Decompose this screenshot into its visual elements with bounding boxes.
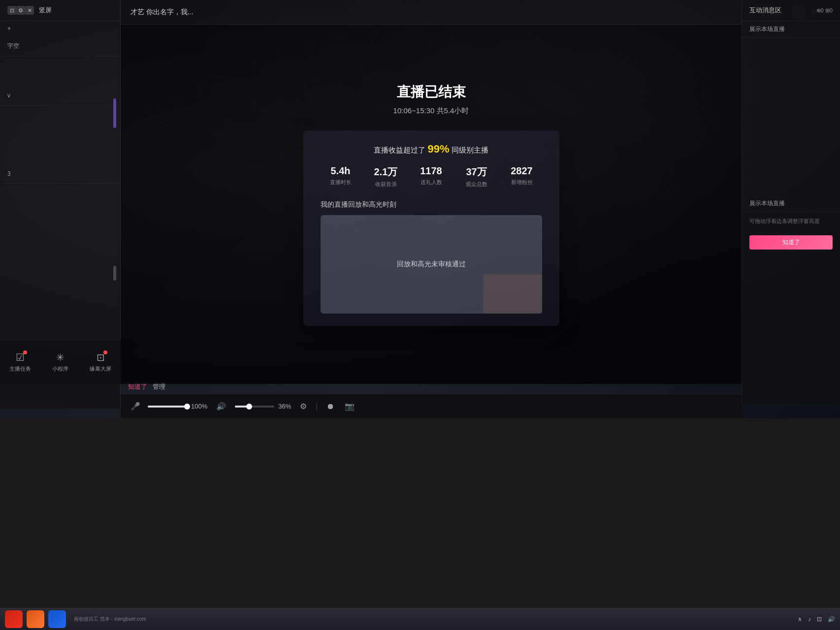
right-panel: 互动消息区 ⊕0 ⊞0 展示本场直播 展示本场直播 可拖动浮着边条调整浮窗高度 … (742, 0, 840, 404)
stat-waves: 2.1万 收获音浪 (366, 165, 406, 188)
speaker-volume-label: 36% (278, 403, 291, 410)
sidebar-icon-1: ⊡ (7, 6, 16, 15)
replay-title: 我的直播回放和高光时刻 (321, 200, 542, 209)
taskbar-app-2[interactable] (27, 610, 44, 628)
stream-ended-time: 10:06~15:30 共5.4小时 (393, 106, 469, 116)
mic-volume-slider[interactable]: 100% (148, 403, 207, 410)
stat-viewers-label: 观众总数 (456, 181, 497, 188)
speaker-track (235, 406, 274, 408)
earnings-percent: 99% (427, 143, 449, 155)
mini-app-label: 小程序 (52, 365, 68, 373)
sidebar-btn-mini-app[interactable]: ✳ 小程序 (40, 347, 80, 377)
show-this-stream-btn[interactable]: 展示本场直播 (742, 21, 840, 38)
taskbar-icon-vol: 🔊 (828, 616, 835, 623)
replay-section: 我的直播回放和高光时刻 回放和高光未审核通过 (321, 200, 542, 314)
taskbar: 画创值目工 范本 - xiangbuer.com ∧ ♪ ⊡ 🔊 (0, 608, 840, 630)
stat-new-fans: 2827 新增粉丝 (502, 165, 542, 188)
stat-duration-label: 直播时长 (321, 179, 361, 186)
purple-indicator (113, 98, 116, 128)
right-panel-counts: ⊕0 ⊞0 (816, 7, 833, 14)
host-task-label: 主播任务 (9, 365, 31, 373)
stat-viewers-value: 37万 (456, 165, 497, 179)
know-button[interactable]: 知道了 (128, 382, 147, 391)
sidebar-top: ⊡ ⚙ ✕ 竖屏 (0, 0, 120, 21)
mic-volume-label: 100% (191, 403, 207, 410)
show-stream-2-btn[interactable]: 展示本场直播 (742, 195, 840, 212)
sidebar-icon-2: ⚙ (16, 6, 25, 15)
camera-icon[interactable]: 📷 (343, 402, 356, 411)
replay-content: 回放和高光未审核通过 (321, 215, 542, 314)
sidebar-title: 竖屏 (39, 6, 52, 15)
taskbar-icon-net: ⊡ (817, 616, 822, 623)
mic-icon[interactable]: 🎤 (130, 402, 140, 411)
mini-app-icon: ✳ (56, 351, 65, 363)
screen-area: ⊡ ⚙ ✕ 竖屏 + 宇空 v 3 ☑ (0, 0, 840, 418)
screen-badge (103, 350, 107, 354)
stat-viewers: 37万 观众总数 (456, 165, 497, 188)
sidebar-btn-big-screen[interactable]: ⊡ 缘幕大屏 (81, 347, 120, 377)
mic-track (148, 406, 187, 408)
sidebar-text-3: 3 (0, 164, 120, 184)
right-panel-note (742, 38, 840, 48)
stat-new-fans-value: 2827 (502, 165, 542, 177)
stat-gifters-label: 送礼人数 (411, 179, 452, 186)
stat-waves-value: 2.1万 (366, 165, 406, 179)
settings-icon[interactable]: ⚙ (298, 402, 308, 411)
task-badge (23, 350, 27, 354)
replay-thumbnail (483, 274, 542, 314)
manage-button[interactable]: 管理 (153, 382, 165, 391)
bottom-control-bar: 🎤 100% 🔊 36% ⚙ | ⏺ 📷 (121, 394, 742, 418)
big-screen-icon: ⊡ (97, 351, 105, 363)
host-task-icon: ☑ (16, 351, 25, 363)
stats-card: 直播收益超过了 99% 同级别主播 5.4h 直播时长 2.1万 收获音浪 11… (303, 130, 559, 326)
taskbar-app-3[interactable] (48, 610, 66, 628)
stat-gifters: 1178 送礼人数 (411, 165, 452, 188)
mic-thumb[interactable] (184, 404, 190, 410)
gray-indicator (113, 266, 116, 281)
taskbar-label: 画创值目工 范本 - xiangbuer.com (74, 616, 146, 623)
right-panel-title: 互动消息区 (749, 6, 781, 15)
stat-new-fans-label: 新增粉丝 (502, 179, 542, 186)
mic-fill (148, 406, 187, 408)
know-it-btn[interactable]: 知道了 (749, 235, 833, 250)
speaker-volume-slider[interactable]: 36% (235, 403, 291, 410)
big-screen-label: 缘幕大屏 (90, 365, 111, 373)
replay-not-approved-text: 回放和高光未审核通过 (397, 260, 466, 269)
stat-waves-label: 收获音浪 (366, 181, 406, 188)
main-area: 直播已结束 10:06~15:30 共5.4小时 直播收益超过了 99% 同级别… (121, 25, 742, 384)
stream-ended-overlay: 直播已结束 10:06~15:30 共5.4小时 直播收益超过了 99% 同级别… (121, 25, 742, 384)
stream-ended-title: 直播已结束 (397, 83, 466, 101)
record-icon[interactable]: ⏺ (325, 402, 336, 411)
earnings-suffix: 同级别主播 (452, 146, 488, 154)
sidebar-text-2: v (0, 86, 120, 105)
right-panel-header: 互动消息区 ⊕0 ⊞0 (742, 0, 840, 21)
sidebar-btn-host-task[interactable]: ☑ 主播任务 (0, 347, 40, 377)
sidebar-plus[interactable]: + (0, 21, 120, 36)
sidebar-close-icon[interactable]: ✕ (25, 6, 34, 15)
taskbar-icon-music: ♪ (808, 616, 811, 623)
sidebar-text-1: 宇空 (0, 36, 120, 57)
speaker-icon[interactable]: 🔊 (215, 402, 227, 411)
left-sidebar: ⊡ ⚙ ✕ 竖屏 + 宇空 v 3 ☑ (0, 0, 121, 409)
stat-duration-value: 5.4h (321, 165, 361, 177)
top-bar: 才艺 你出名字，我... 🔊 👤 名字与 (121, 0, 840, 25)
stats-grid: 5.4h 直播时长 2.1万 收获音浪 1178 送礼人数 37万 观众总数 (321, 165, 542, 188)
divider-1: | (316, 402, 318, 411)
earnings-text: 直播收益超过了 (374, 146, 425, 154)
speaker-thumb[interactable] (246, 404, 252, 410)
scroll-hint-text: 可拖动浮着边条调整浮窗高度 (742, 212, 840, 230)
stream-title: 才艺 你出名字，我... (130, 8, 774, 17)
taskbar-icon-up: ∧ (798, 616, 802, 623)
taskbar-app-1[interactable] (5, 610, 23, 628)
stat-gifters-value: 1178 (411, 165, 452, 177)
stats-earnings-header: 直播收益超过了 99% 同级别主播 (321, 143, 542, 156)
sidebar-bottom: ☑ 主播任务 ✳ 小程序 ⊡ 缘幕大屏 (0, 340, 121, 384)
stat-duration: 5.4h 直播时长 (321, 165, 361, 188)
taskbar-right: ∧ ♪ ⊡ 🔊 (798, 616, 835, 623)
